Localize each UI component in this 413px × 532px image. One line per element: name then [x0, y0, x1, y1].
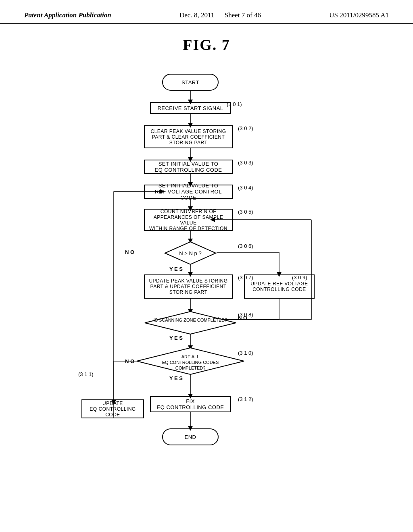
svg-text:ARE ALL: ARE ALL	[181, 354, 200, 359]
ref-311: (3 1 1)	[78, 371, 94, 377]
ref-304: (3 0 4)	[238, 185, 253, 191]
page-header: Patent Application Publication Dec. 8, 2…	[0, 0, 413, 24]
ref-302: (3 0 2)	[238, 125, 253, 131]
main-content: FIG. 7	[0, 24, 413, 517]
yes-label-308: Y E S	[169, 335, 183, 341]
yes-label-310: Y E S	[169, 375, 183, 381]
receive-start-node: RECEIVE START SIGNAL	[150, 102, 231, 114]
n-greater-np-diamond: N > N p ?	[164, 241, 217, 265]
end-node: END	[162, 428, 219, 445]
fix-eq-node: FIX EQ CONTROLLING CODE	[150, 396, 231, 412]
header-center: Dec. 8, 2011 Sheet 7 of 46	[179, 11, 261, 19]
svg-text:EQ CONTROLLING CODES: EQ CONTROLLING CODES	[162, 360, 219, 365]
yes-label-306: Y E S	[169, 266, 183, 272]
scanning-zone-diamond: IS SCANNING ZONE COMPLETED?	[144, 311, 237, 335]
svg-text:COMPLETED?: COMPLETED?	[175, 366, 206, 370]
publication-label: Patent Application Publication	[24, 11, 111, 19]
update-ref-voltage-node: UPDATE REF VOLTAGE CONTROLLING CODE	[244, 274, 315, 299]
all-eq-diamond: ARE ALL EQ CONTROLLING CODES COMPLETED?	[136, 347, 245, 375]
update-eq-node: UPDATE EQ CONTROLLING CODE	[81, 399, 144, 418]
svg-text:N > N p ?: N > N p ?	[179, 250, 201, 256]
ref-305: (3 0 5)	[238, 209, 253, 215]
svg-marker-25	[145, 312, 236, 334]
figure-title: FIG. 7	[183, 36, 230, 54]
clear-peak-node: CLEAR PEAK VALUE STORING PART & CLEAR CO…	[144, 125, 233, 148]
start-node: START	[162, 74, 219, 91]
ref-303: (3 0 3)	[238, 160, 253, 166]
sheet-label: Sheet 7 of 46	[225, 11, 261, 19]
ref-306: (3 0 6)	[238, 243, 253, 249]
no-label-310: N O	[125, 358, 134, 364]
set-initial-ref-node: SET INITIAL VALUE TO REF VOLTAGE CONTROL…	[144, 185, 233, 199]
set-initial-eq-node: SET INITIAL VALUE TO EQ CONTROLLING CODE	[144, 160, 233, 174]
no-label-308: N O	[238, 315, 247, 321]
count-number-node: COUNT NUMBER N OF APPEARANCES OF SAMPLE …	[144, 209, 233, 231]
svg-text:IS SCANNING ZONE COMPLETED?: IS SCANNING ZONE COMPLETED?	[154, 318, 227, 322]
update-peak-node: UPDATE PEAK VALUE STORING PART & UPDATE …	[144, 274, 233, 299]
ref-312: (3 1 2)	[238, 396, 253, 402]
flowchart-diagram: START (3 0 1) RECEIVE START SIGNAL (3 0 …	[65, 66, 348, 509]
no-label-306: N O	[125, 249, 134, 255]
date-label: Dec. 8, 2011	[179, 11, 214, 19]
patent-number: US 2011/0299585 A1	[329, 11, 389, 19]
